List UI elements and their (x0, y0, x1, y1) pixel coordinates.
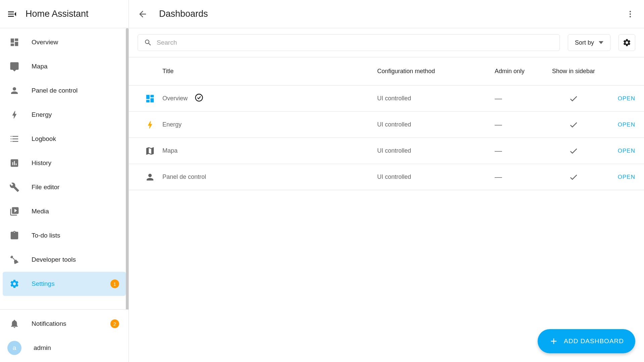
search-input[interactable] (157, 39, 553, 46)
sidebar-item-label: File editor (32, 184, 119, 191)
clipboard-icon (9, 230, 19, 241)
bolt-icon (9, 110, 19, 120)
row-config: UI controlled (377, 173, 495, 180)
person-icon (138, 172, 162, 182)
sidebar-item-developer-tools[interactable]: Developer tools (3, 248, 126, 272)
table-row[interactable]: Overview UI controlled — OPEN (129, 86, 644, 112)
person-icon (9, 86, 19, 96)
overflow-menu-button[interactable] (625, 10, 635, 18)
menu-toggle-button[interactable] (7, 9, 17, 19)
row-title: Mapa (162, 147, 377, 154)
page-title: Dashboards (159, 9, 614, 19)
sidebar-item-label: History (32, 159, 119, 167)
back-button[interactable] (138, 9, 148, 19)
row-admin: — (495, 94, 545, 103)
row-config: UI controlled (377, 147, 495, 154)
table-header: Title Configuration method Admin only Sh… (129, 57, 644, 86)
sidebar-item-mapa[interactable]: Mapa (3, 54, 126, 79)
sidebar-item-settings[interactable]: Settings 1 (3, 272, 126, 296)
app-title: Home Assistant (26, 9, 89, 19)
list-icon (9, 134, 19, 144)
dots-vertical-icon (626, 10, 635, 18)
header-admin[interactable]: Admin only (495, 68, 545, 75)
sidebar-item-label: Settings (32, 280, 98, 288)
svg-point-1 (630, 13, 631, 14)
fab-label: ADD DASHBOARD (564, 338, 624, 345)
sidebar-footer: Notifications 2 a admin (0, 309, 129, 362)
header-config[interactable]: Configuration method (377, 68, 495, 75)
chart-icon (9, 158, 19, 168)
sidebar-item-label: Overview (32, 39, 119, 46)
sidebar-item-overview[interactable]: Overview (3, 30, 126, 54)
header-title[interactable]: Title (162, 68, 377, 75)
sidebar-item-media[interactable]: Media (3, 199, 126, 223)
open-button[interactable]: OPEN (618, 174, 635, 180)
sidebar-item-notifications[interactable]: Notifications 2 (3, 312, 126, 336)
row-title: Panel de control (162, 173, 377, 180)
sidebar-item-label: To-do lists (32, 232, 119, 239)
sidebar-item-panel-de-control[interactable]: Panel de control (3, 79, 126, 103)
sidebar-item-file-editor[interactable]: File editor (3, 175, 126, 199)
sidebar-header: Home Assistant (0, 0, 129, 28)
row-title: Overview (162, 93, 377, 104)
table-row[interactable]: Energy UI controlled — OPEN (129, 112, 644, 138)
hammer-icon (9, 255, 19, 265)
row-sidebar-check (545, 94, 602, 103)
table-row[interactable]: Mapa UI controlled — OPEN (129, 138, 644, 164)
map-icon (138, 146, 162, 156)
open-button[interactable]: OPEN (618, 148, 635, 154)
user-name: admin (34, 344, 51, 352)
row-sidebar-check (545, 120, 602, 130)
dashboard-icon (9, 37, 19, 47)
add-dashboard-button[interactable]: ADD DASHBOARD (538, 329, 635, 353)
arrow-left-icon (138, 9, 148, 19)
menu-icon (7, 9, 17, 19)
sidebar-item-label: Energy (32, 111, 119, 118)
search-field[interactable] (138, 34, 560, 51)
row-config: UI controlled (377, 121, 495, 128)
sidebar-item-label: Panel de control (32, 87, 119, 94)
sort-button[interactable]: Sort by (568, 34, 610, 51)
row-admin: — (495, 147, 545, 155)
sidebar-item-history[interactable]: History (3, 151, 126, 175)
dashboards-table: Title Configuration method Admin only Sh… (129, 57, 644, 190)
open-button[interactable]: OPEN (618, 121, 635, 128)
open-button[interactable]: OPEN (618, 95, 635, 102)
sidebar: Home Assistant Overview Mapa Panel de co… (0, 0, 129, 362)
scrollbar[interactable] (126, 28, 129, 309)
bolt-icon (138, 120, 162, 130)
table-row[interactable]: Panel de control UI controlled — OPEN (129, 164, 644, 190)
main-content: Dashboards Sort by Title Configuratio (129, 0, 644, 362)
sidebar-item-label: Logbook (32, 135, 119, 143)
dashboard-icon (138, 94, 162, 104)
header-sidebar[interactable]: Show in sidebar (545, 68, 602, 75)
play-icon (9, 206, 19, 216)
sidebar-badge: 1 (110, 279, 119, 288)
topbar: Dashboards (129, 0, 644, 28)
gear-icon (9, 279, 19, 289)
sidebar-item-to-do-lists[interactable]: To-do lists (3, 223, 126, 248)
sidebar-item-label: Mapa (32, 63, 119, 70)
sidebar-item-label: Developer tools (32, 256, 119, 263)
svg-point-3 (196, 94, 203, 101)
notifications-label: Notifications (32, 320, 98, 327)
gear-icon (623, 38, 631, 47)
row-admin: — (495, 173, 545, 182)
plus-icon (549, 337, 558, 346)
svg-point-0 (630, 11, 631, 12)
svg-point-2 (630, 16, 631, 17)
search-icon (144, 39, 152, 47)
sidebar-item-logbook[interactable]: Logbook (3, 127, 126, 151)
map-speech-icon (9, 61, 19, 71)
wrench-icon (9, 182, 19, 192)
notifications-badge: 2 (110, 319, 119, 328)
row-sidebar-check (545, 172, 602, 182)
sidebar-item-label: Media (32, 208, 119, 215)
bell-icon (9, 319, 19, 329)
row-sidebar-check (545, 146, 602, 156)
sidebar-user[interactable]: a admin (3, 336, 126, 360)
sidebar-item-energy[interactable]: Energy (3, 103, 126, 127)
avatar: a (7, 341, 21, 355)
settings-button[interactable] (618, 34, 635, 51)
chevron-down-icon (599, 40, 603, 45)
